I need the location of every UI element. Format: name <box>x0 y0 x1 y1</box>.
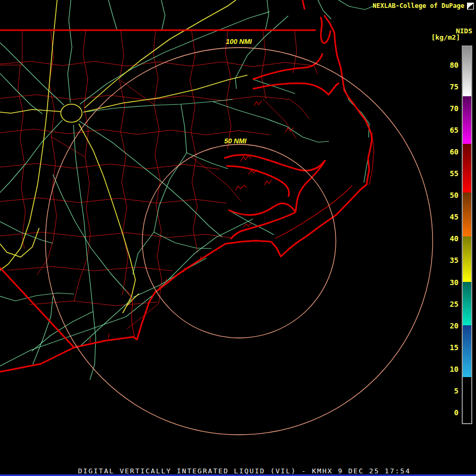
colorbar-tick-label: 5 <box>437 387 459 395</box>
colorbar-tick-label: 80 <box>437 61 459 69</box>
range-ring-label-50nmi: 50 NMI <box>224 137 246 145</box>
range-rings-layer <box>45 48 433 435</box>
legend-units: [kg/m2] <box>431 33 460 41</box>
colorbar-tick-label: 70 <box>437 104 459 113</box>
roads-yellow-layer <box>0 0 248 313</box>
product-caption: DIGITAL VERTICALLY INTEGRATED LIQUID (VI… <box>78 467 411 475</box>
colorbar-tick-label: 20 <box>437 322 459 330</box>
college-of-dupage-logo-icon <box>467 3 474 10</box>
radar-display: 50 NMI 100 NMI NEXLAB-College of DuPage … <box>0 0 476 476</box>
roads-green-layer <box>0 0 376 380</box>
header-brand: NEXLAB-College of DuPage <box>373 2 474 10</box>
range-ring-label-100nmi: 100 NMI <box>226 38 252 45</box>
colorbar-tick-label: 0 <box>437 408 459 417</box>
colorbar-tick-label: 55 <box>437 169 459 178</box>
colorbar-tick-label: 65 <box>437 126 459 134</box>
colorbar-tick-label: 10 <box>437 365 459 373</box>
colorbar-tick-label: 50 <box>437 191 459 199</box>
colorbar-tick-label: 30 <box>437 278 459 287</box>
colorbar-tick-label: 35 <box>437 256 459 264</box>
colorbar-tick-label: 40 <box>437 234 459 243</box>
colorbar-tick-label: 25 <box>437 300 459 308</box>
colorbar-tick-label: 45 <box>437 213 459 221</box>
colorbar-tick-label: 60 <box>437 148 459 156</box>
brand-text: NEXLAB-College of DuPage <box>373 2 464 10</box>
colorbar-tick-label: 15 <box>437 343 459 352</box>
colorbar <box>462 45 472 424</box>
range-ring-100nmi <box>45 48 433 435</box>
coastline-layer <box>0 0 372 372</box>
colorbar-tick-label: 75 <box>437 83 459 91</box>
radar-map: 50 NMI 100 NMI <box>0 0 476 476</box>
